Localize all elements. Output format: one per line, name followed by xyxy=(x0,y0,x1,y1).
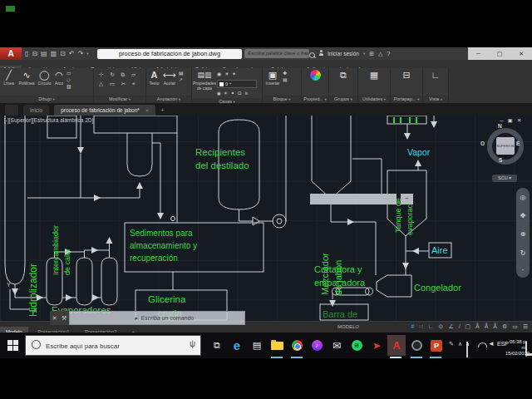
layer-state-icons[interactable]: ◉ ☀ ✦ xyxy=(217,70,257,79)
help-icon[interactable]: ? xyxy=(387,47,390,60)
redo-icon[interactable]: ↷ xyxy=(78,47,84,60)
taskbar-clock[interactable]: 06:38 p. m. 15/02/2019 xyxy=(505,334,527,357)
mail-button[interactable]: ✉ xyxy=(328,335,346,356)
panel-label-utilidades[interactable]: Utilidades ▾ xyxy=(358,96,390,103)
panel-label-grupos[interactable]: Grupos ▾ xyxy=(329,96,357,103)
notification-center-icon[interactable] xyxy=(525,341,527,357)
modify-tools-row2[interactable]: △ ▭ ✂ ⌖ xyxy=(99,79,138,88)
tray-expand-icon[interactable]: ∧ xyxy=(458,341,462,347)
freezer[interactable] xyxy=(377,275,411,297)
panel-label-modificar[interactable]: Modificar ▾ xyxy=(94,96,145,103)
signin-chevron-icon[interactable]: ▾ xyxy=(363,47,365,60)
undo-icon[interactable]: ↶ xyxy=(69,47,75,60)
insert-button[interactable]: ▣ Insertar xyxy=(264,70,281,86)
open-icon[interactable]: ⊟ xyxy=(32,47,37,60)
leader-icon[interactable]: ↗ xyxy=(179,76,184,83)
scrollbar-minus-button[interactable]: − xyxy=(401,194,413,204)
label-barra[interactable]: Barra de xyxy=(323,309,357,319)
minimize-button[interactable]: ─ xyxy=(476,47,480,60)
start-button[interactable] xyxy=(3,335,22,356)
draw-extra-tools[interactable]: ▭ ◇ ▨ xyxy=(66,70,71,90)
qat-chevron-icon[interactable]: ▾ xyxy=(86,47,88,60)
circle-button[interactable]: ◯ Círculo xyxy=(37,70,52,86)
search-icon[interactable] xyxy=(309,52,315,58)
clock-app-button[interactable] xyxy=(407,335,426,356)
viewport-restore-icon[interactable]: ▣ xyxy=(508,117,517,123)
text-button[interactable]: A Texto xyxy=(148,70,160,86)
file-tab-inicio[interactable] xyxy=(5,105,18,116)
command-customize-icon[interactable]: ⚒ xyxy=(62,315,66,322)
viewport-minimize-icon[interactable]: ─ xyxy=(500,117,508,123)
network-icon[interactable] xyxy=(478,342,487,347)
panel-label-vista[interactable]: Vista ▾ xyxy=(423,96,448,103)
file-explorer-button[interactable] xyxy=(268,335,286,356)
command-close-icon[interactable]: ✕ xyxy=(52,315,57,322)
panel-label-propiedades[interactable]: Propied... ▾ xyxy=(302,96,328,103)
plot-icon[interactable]: ⊡ xyxy=(60,47,66,60)
groups-icon[interactable]: ⧉ xyxy=(340,70,347,81)
file-tab-close-icon[interactable]: ✕ xyxy=(145,108,150,113)
viewport-window-controls[interactable]: ─▣✕ xyxy=(500,117,525,124)
viewcube-west[interactable]: O xyxy=(480,140,485,146)
label-sedimentos[interactable]: Sedimentos paraalmacenamiento yrecuperac… xyxy=(130,227,197,264)
viewcube-east[interactable]: E xyxy=(516,140,520,146)
polyline-button[interactable]: ∿ Polilínea xyxy=(17,70,36,86)
line-button[interactable]: ╱ Línea xyxy=(2,70,16,86)
music-app-button[interactable]: ♪ xyxy=(308,335,326,356)
label-aire[interactable]: Aire xyxy=(431,245,448,255)
model-space-indicator[interactable]: MODELO xyxy=(337,321,359,332)
file-tab-home[interactable]: Inicio xyxy=(23,105,49,116)
horizontal-scrollbar[interactable] xyxy=(310,194,397,204)
media-app-button[interactable]: ➤ xyxy=(367,335,386,356)
ucs-menu-button[interactable]: SCU ▾ xyxy=(492,175,517,182)
label-vapor[interactable]: Vapor xyxy=(407,147,430,157)
grid-toggle-icon[interactable]: # xyxy=(411,323,416,329)
label-recipientes[interactable]: Recipientesdel destilado xyxy=(195,145,249,172)
zoom-icon[interactable]: ⊕ xyxy=(520,230,526,238)
new-drawing-tab-button[interactable]: + xyxy=(160,105,165,116)
ellipse-icon[interactable]: ◇ xyxy=(66,76,71,83)
panel-label-anotacion[interactable]: Anotación ▾ xyxy=(146,96,191,103)
viewport-controls-label[interactable]: [-][Superior][Estructura alámbrica 2D] xyxy=(4,117,93,123)
label-congelador[interactable]: Congelador xyxy=(414,283,461,293)
label-glicerina[interactable]: Glicerina xyxy=(148,294,185,304)
panel-label-bloque[interactable]: Bloque ▾ xyxy=(263,96,301,103)
label-intercambiador-1[interactable]: Intercambiador xyxy=(52,225,60,275)
layer-tool-icons[interactable]: ◉ ☀ ✦ ⊡ ≋ xyxy=(217,89,257,98)
panel-label-portapapeles[interactable]: Portapap... ▾ xyxy=(391,96,422,103)
navbar-more-icon[interactable]: ▾ xyxy=(522,268,524,272)
command-input[interactable]: ▸. Escriba un comando xyxy=(69,311,245,325)
modify-tools-row1[interactable]: ⊹ ↻ ⧉ ▱ xyxy=(99,70,138,79)
heat-exchanger[interactable] xyxy=(27,116,177,223)
pen-tray-icon[interactable]: ✎ xyxy=(449,341,454,347)
calculator-icon[interactable]: ▦ xyxy=(370,70,378,81)
alert-icon[interactable]: △ xyxy=(378,47,382,60)
viewport-close-icon[interactable]: ✕ xyxy=(517,117,525,123)
new-icon[interactable]: ▯ xyxy=(25,47,28,60)
steering-wheel-icon[interactable]: ◎ xyxy=(520,194,526,201)
view-icon[interactable]: ∟ xyxy=(431,70,441,80)
edit-block-icon[interactable]: ▤ xyxy=(283,76,288,83)
orbit-icon[interactable]: ↻ xyxy=(520,249,526,257)
viewcube-face[interactable]: SUPERIOR xyxy=(496,137,515,155)
hatch-icon[interactable]: ▨ xyxy=(66,83,71,90)
close-button[interactable]: ✕ xyxy=(519,47,524,60)
rectangle-icon[interactable]: ▭ xyxy=(66,70,71,76)
volume-icon[interactable]: ◄ xyxy=(488,340,495,347)
block-extra-tools[interactable]: ✚ ▤ xyxy=(283,70,288,83)
layer-properties-button[interactable]: ▤▥ Propiedades de capa xyxy=(194,70,215,91)
autocad-taskbar-button[interactable]: A xyxy=(387,335,406,356)
clipboard-icon[interactable]: ⊟ xyxy=(402,70,410,81)
arc-button[interactable]: ◠ Arco xyxy=(53,70,65,86)
edge-button[interactable]: e xyxy=(228,335,246,356)
panel-label-dibujo[interactable]: Dibujo ▾ xyxy=(0,96,93,103)
annotation-extra-tools[interactable]: ▤ ↗ xyxy=(179,70,184,83)
save-icon[interactable]: ▤ xyxy=(41,47,47,60)
label-cortadora[interactable]: Cortadora yempacadora xyxy=(314,263,365,289)
dimension-button[interactable]: ⟷ Acotar xyxy=(162,70,177,86)
user-icon[interactable] xyxy=(319,53,323,56)
microphone-icon[interactable]: ψ xyxy=(190,339,195,348)
create-block-icon[interactable]: ✚ xyxy=(283,70,288,76)
file-tab-drawing[interactable]: proceso de fabricación de jabon.dwgproce… xyxy=(54,105,155,116)
powerpoint-button[interactable]: P xyxy=(427,335,446,356)
